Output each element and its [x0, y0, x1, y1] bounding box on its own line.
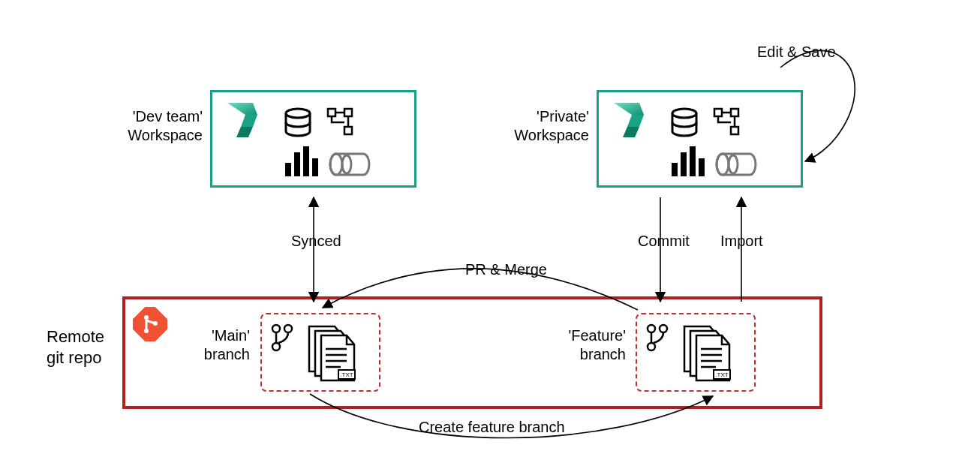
graph-icon	[325, 107, 355, 137]
edit-save-label: Edit & Save	[757, 44, 836, 61]
svg-marker-13	[614, 103, 644, 115]
svg-marker-15	[623, 127, 639, 137]
svg-rect-6	[344, 127, 352, 134]
main-branch-label-l2: branch	[179, 345, 250, 364]
branch-icon	[646, 323, 669, 352]
main-branch-box: .TXT	[260, 313, 380, 392]
fabric-logo-icon	[606, 100, 647, 140]
import-label: Import	[720, 233, 763, 250]
diagram-canvas: 'Dev team' Workspace	[0, 0, 980, 472]
synced-label: Synced	[291, 233, 341, 250]
dev-team-workspace-box	[210, 90, 416, 188]
svg-rect-23	[699, 158, 705, 176]
graph-icon	[711, 107, 741, 137]
main-branch-label-l1: 'Main'	[179, 326, 250, 345]
feature-branch-label: 'Feature' branch	[543, 326, 626, 364]
svg-marker-2	[236, 127, 253, 137]
svg-rect-8	[294, 152, 300, 176]
svg-text:.TXT: .TXT	[715, 371, 728, 378]
svg-rect-21	[681, 152, 687, 176]
svg-point-12	[342, 155, 351, 173]
svg-rect-22	[690, 146, 696, 176]
bar-chart-icon	[670, 146, 706, 179]
svg-point-25	[729, 155, 738, 173]
bar-chart-icon	[284, 146, 320, 179]
svg-rect-5	[344, 109, 352, 116]
remote-git-repo-label-l2: git repo	[47, 347, 104, 368]
dev-team-workspace-label-l2: Workspace	[83, 126, 203, 145]
private-workspace-label-l2: Workspace	[473, 126, 589, 145]
svg-point-35	[648, 325, 655, 332]
lens-icon	[715, 151, 757, 178]
svg-point-36	[660, 325, 667, 332]
svg-point-32	[272, 343, 280, 350]
svg-rect-20	[672, 163, 678, 176]
svg-rect-10	[312, 158, 318, 176]
svg-point-31	[284, 325, 292, 332]
svg-point-11	[330, 154, 342, 175]
files-icon: .TXT	[303, 323, 363, 383]
svg-rect-17	[714, 109, 722, 116]
svg-rect-26	[133, 307, 167, 341]
svg-rect-19	[731, 127, 738, 134]
svg-point-37	[648, 343, 655, 350]
svg-point-3	[286, 109, 310, 118]
branch-icon	[271, 323, 293, 352]
database-icon	[280, 106, 316, 142]
private-workspace-box	[597, 90, 803, 188]
lens-icon	[329, 151, 371, 178]
svg-rect-7	[285, 163, 291, 176]
svg-text:.TXT: .TXT	[340, 371, 353, 378]
database-icon	[666, 106, 702, 142]
git-logo-icon	[133, 307, 167, 341]
pr-merge-label: PR & Merge	[465, 261, 547, 278]
svg-rect-4	[328, 109, 335, 116]
svg-point-16	[672, 109, 696, 118]
fabric-logo-icon	[220, 100, 260, 140]
files-icon: .TXT	[678, 323, 738, 383]
svg-rect-9	[303, 146, 309, 176]
remote-git-repo-label-l1: Remote	[47, 326, 104, 347]
svg-marker-1	[241, 115, 257, 127]
feature-branch-box: .TXT	[636, 313, 756, 392]
dev-team-workspace-label-l1: 'Dev team'	[83, 107, 203, 126]
private-workspace-label-l1: 'Private'	[473, 107, 589, 126]
feature-branch-label-l2: branch	[543, 345, 626, 364]
feature-branch-label-l1: 'Feature'	[543, 326, 626, 345]
dev-team-workspace-label: 'Dev team' Workspace	[83, 107, 203, 145]
svg-marker-0	[227, 103, 257, 115]
svg-rect-18	[731, 109, 738, 116]
remote-git-repo-label: Remote git repo	[47, 326, 104, 368]
create-feature-label: Create feature branch	[419, 419, 565, 436]
svg-point-24	[717, 154, 729, 175]
commit-label: Commit	[638, 233, 690, 250]
main-branch-label: 'Main' branch	[179, 326, 250, 364]
svg-marker-14	[627, 115, 644, 127]
private-workspace-label: 'Private' Workspace	[473, 107, 589, 145]
svg-point-30	[272, 325, 280, 332]
